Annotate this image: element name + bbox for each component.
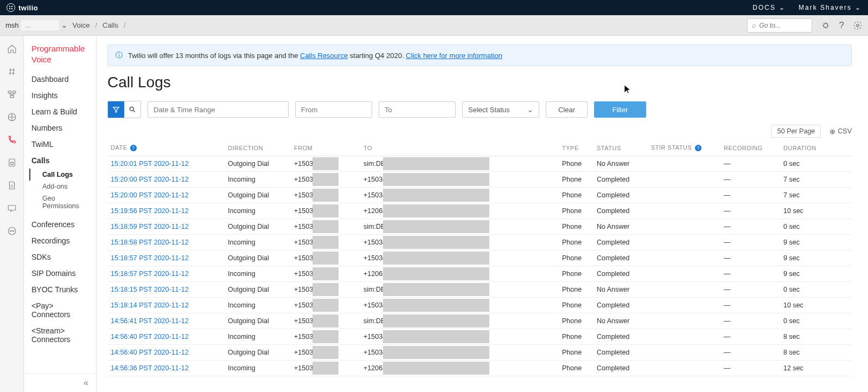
brand[interactable]: twilio: [7, 3, 38, 12]
search-input[interactable]: [760, 22, 803, 29]
filter-icon-btn[interactable]: [108, 101, 124, 118]
from-input[interactable]: [295, 101, 372, 118]
cell-to: +12063: [360, 203, 559, 219]
cell-date[interactable]: 15:18:15 PST 2020-11-12: [107, 282, 225, 298]
cell-recording: —: [720, 156, 780, 172]
cell-date[interactable]: 15:18:57 PST 2020-11-12: [107, 266, 225, 282]
studio-icon[interactable]: [7, 89, 17, 100]
cell-date[interactable]: 15:18:57 PST 2020-11-12: [107, 250, 225, 266]
sidebar-item-learn[interactable]: Learn & Build: [24, 104, 96, 120]
csv-export[interactable]: ⊕CSV: [829, 127, 852, 136]
cell-stir: [648, 329, 720, 345]
cell-type: Phone: [559, 282, 593, 298]
sidebar-item-dashboard[interactable]: Dashboard: [24, 71, 96, 87]
docs-link[interactable]: DOCS ⌄: [752, 4, 786, 11]
cell-recording: —: [720, 329, 780, 345]
sidebar-item-pay[interactable]: <Pay> Connectors: [24, 298, 96, 323]
csv-label: CSV: [838, 127, 852, 135]
sidebar-item-sip[interactable]: SIP Domains: [24, 265, 96, 281]
cell-duration: 12 sec: [780, 361, 852, 376]
cell-date[interactable]: 15:20:00 PST 2020-11-12: [107, 188, 225, 203]
cell-duration: 7 sec: [780, 188, 852, 203]
voice-icon[interactable]: [7, 134, 17, 145]
hash-icon[interactable]: [7, 66, 17, 77]
cell-date[interactable]: 14:56:41 PST 2020-11-12: [107, 313, 225, 329]
cell-duration: 9 sec: [780, 250, 852, 266]
chat-icon[interactable]: [7, 203, 17, 214]
cell-duration: 0 sec: [780, 282, 852, 298]
cell-date[interactable]: 15:18:14 PST 2020-11-12: [107, 298, 225, 313]
date-range-input[interactable]: [148, 101, 289, 118]
th-to[interactable]: TO: [360, 140, 559, 156]
gear-icon[interactable]: [853, 21, 863, 30]
sim-icon[interactable]: [7, 157, 17, 168]
sidebar-sub-geo[interactable]: Geo Permissions: [29, 192, 96, 212]
cell-direction: Incoming: [225, 203, 291, 219]
search-icon-btn[interactable]: [124, 101, 141, 118]
cell-recording: —: [720, 172, 780, 188]
th-direction[interactable]: DIRECTION: [225, 140, 291, 156]
to-input[interactable]: [379, 101, 456, 118]
svg-rect-11: [8, 205, 16, 210]
global-search[interactable]: ⌕: [747, 18, 812, 33]
th-stir[interactable]: STIR STATUS ?: [648, 140, 720, 156]
user-menu[interactable]: Mark Shavers ⌄: [799, 4, 861, 11]
account-switcher[interactable]: msh ... ⌄: [5, 20, 67, 30]
th-status[interactable]: STATUS: [593, 140, 648, 156]
sidebar-item-insights[interactable]: Insights: [24, 87, 96, 104]
table-row: 15:20:00 PST 2020-11-12Incoming+1503+150…: [107, 172, 852, 188]
sidebar-item-numbers[interactable]: Numbers: [24, 120, 96, 136]
home-icon[interactable]: [7, 43, 17, 54]
cell-type: Phone: [559, 203, 593, 219]
more-info-link[interactable]: Click here for more information: [406, 52, 502, 60]
more-icon[interactable]: [7, 226, 17, 236]
sidebar-item-calls[interactable]: Calls: [24, 152, 96, 169]
content: ⓘ Twilio will offer 13 months of logs vi…: [97, 36, 868, 392]
sidebar-item-stream[interactable]: <Stream> Connectors: [24, 323, 96, 348]
help-icon[interactable]: ?: [839, 20, 844, 31]
th-duration[interactable]: DURATION: [780, 140, 852, 156]
calls-resource-link[interactable]: Calls Resource: [300, 52, 348, 60]
cell-date[interactable]: 15:20:01 PST 2020-11-12: [107, 156, 225, 172]
cell-status: Completed: [593, 329, 648, 345]
sidebar-collapse[interactable]: «: [24, 373, 96, 392]
cell-date[interactable]: 14:56:36 PST 2020-11-12: [107, 361, 225, 376]
cell-date[interactable]: 14:56:40 PST 2020-11-12: [107, 345, 225, 361]
breadcrumb-voice[interactable]: Voice: [73, 21, 90, 29]
functions-icon[interactable]: [7, 112, 17, 123]
cell-to: sim:DE: [360, 156, 559, 172]
help-icon[interactable]: ?: [695, 145, 701, 151]
cell-date[interactable]: 15:18:59 PST 2020-11-12: [107, 219, 225, 235]
cell-duration: 0 sec: [780, 219, 852, 235]
sidebar-item-sdks[interactable]: SDKs: [24, 249, 96, 265]
sidebar-item-recordings[interactable]: Recordings: [24, 233, 96, 249]
filter-button[interactable]: Filter: [594, 101, 646, 118]
cell-type: Phone: [559, 266, 593, 282]
th-from[interactable]: FROM: [291, 140, 360, 156]
cell-type: Phone: [559, 329, 593, 345]
doc-icon[interactable]: [7, 180, 17, 191]
help-icon[interactable]: ?: [130, 145, 137, 151]
sidebar-sub-addons[interactable]: Add-ons: [29, 181, 96, 192]
cell-date[interactable]: 15:19:56 PST 2020-11-12: [107, 203, 225, 219]
user-name: Mark Shavers: [799, 4, 852, 11]
th-recording[interactable]: RECORDING: [720, 140, 780, 156]
sidebar-item-twiml[interactable]: TwiML: [24, 136, 96, 152]
th-type[interactable]: TYPE: [559, 140, 593, 156]
breadcrumb-calls[interactable]: Calls: [103, 21, 118, 29]
cell-date[interactable]: 14:56:40 PST 2020-11-12: [107, 329, 225, 345]
cell-date[interactable]: 15:20:00 PST 2020-11-12: [107, 172, 225, 188]
sidebar-item-byoc[interactable]: BYOC Trunks: [24, 281, 96, 298]
table-row: 15:18:58 PST 2020-11-12Incoming+1503+150…: [107, 235, 852, 250]
sidebar-item-conferences[interactable]: Conferences: [24, 216, 96, 233]
debug-icon[interactable]: [821, 21, 831, 30]
cell-status: No Answer: [593, 313, 648, 329]
cell-duration: 9 sec: [780, 235, 852, 250]
th-date[interactable]: DATE ?: [107, 140, 225, 156]
clear-button[interactable]: Clear: [546, 101, 588, 118]
per-page-select[interactable]: 50 Per Page: [771, 125, 821, 138]
cell-date[interactable]: 15:18:58 PST 2020-11-12: [107, 235, 225, 250]
status-select[interactable]: Select Status ⌄: [462, 101, 539, 118]
table-row: 15:18:57 PST 2020-11-12Incoming+1503+120…: [107, 266, 852, 282]
sidebar-sub-call-logs[interactable]: Call Logs: [29, 169, 96, 181]
